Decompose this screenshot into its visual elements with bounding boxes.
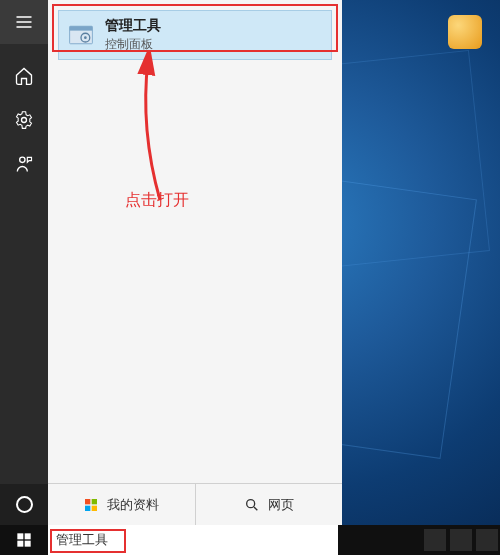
hamburger-menu-button[interactable] bbox=[0, 0, 48, 44]
svg-rect-11 bbox=[17, 533, 23, 539]
search-scope-tabs: 我的资料 网页 bbox=[48, 483, 342, 525]
start-button[interactable] bbox=[0, 525, 48, 555]
svg-point-1 bbox=[20, 157, 25, 162]
tray-item-3[interactable] bbox=[476, 529, 498, 551]
feedback-button[interactable] bbox=[0, 142, 48, 186]
tray-item-1[interactable] bbox=[424, 529, 446, 551]
tab-my-stuff[interactable]: 我的资料 bbox=[48, 484, 195, 525]
recycle-bin-icon bbox=[448, 15, 482, 49]
hamburger-icon bbox=[14, 12, 34, 32]
svg-rect-7 bbox=[92, 499, 97, 504]
start-search-panel: 管理工具 控制面板 我的资料 网页 bbox=[48, 0, 342, 525]
desktop-recycle-bin[interactable] bbox=[445, 15, 485, 51]
svg-point-10 bbox=[246, 499, 254, 507]
search-input[interactable] bbox=[56, 533, 330, 548]
svg-rect-12 bbox=[25, 533, 31, 539]
tab-web[interactable]: 网页 bbox=[195, 484, 343, 525]
start-left-rail bbox=[0, 0, 48, 525]
settings-button[interactable] bbox=[0, 98, 48, 142]
gear-icon bbox=[14, 110, 34, 130]
best-match-title: 管理工具 bbox=[105, 17, 161, 35]
svg-point-5 bbox=[84, 36, 87, 39]
home-button[interactable] bbox=[0, 54, 48, 98]
search-icon bbox=[244, 497, 260, 513]
svg-rect-13 bbox=[17, 541, 23, 547]
svg-rect-9 bbox=[92, 505, 97, 510]
windows-logo-icon bbox=[16, 532, 32, 548]
svg-point-0 bbox=[22, 118, 27, 123]
windows-icon bbox=[83, 497, 99, 513]
tab-my-stuff-label: 我的资料 bbox=[107, 496, 159, 514]
tray-item-2[interactable] bbox=[450, 529, 472, 551]
system-tray bbox=[424, 525, 498, 555]
best-match-result[interactable]: 管理工具 控制面板 bbox=[58, 10, 332, 60]
svg-rect-3 bbox=[70, 26, 93, 30]
admin-tools-icon bbox=[67, 21, 95, 49]
search-results-empty-area bbox=[48, 60, 342, 483]
home-icon bbox=[14, 66, 34, 86]
cortana-ring-icon bbox=[16, 496, 33, 513]
person-feedback-icon bbox=[14, 154, 34, 174]
svg-rect-8 bbox=[85, 505, 90, 510]
best-match-subtitle: 控制面板 bbox=[105, 36, 161, 53]
tab-web-label: 网页 bbox=[268, 496, 294, 514]
svg-rect-6 bbox=[85, 499, 90, 504]
svg-rect-14 bbox=[25, 541, 31, 547]
taskbar-search-box[interactable] bbox=[48, 525, 338, 555]
cortana-button[interactable] bbox=[0, 484, 48, 525]
